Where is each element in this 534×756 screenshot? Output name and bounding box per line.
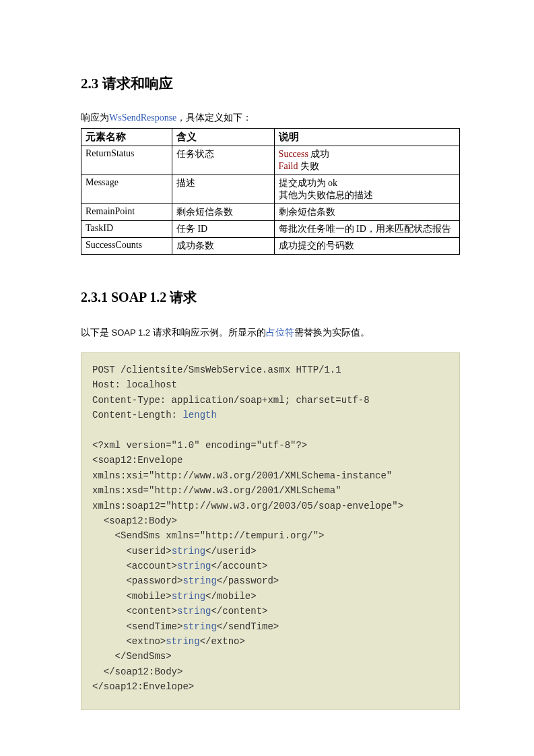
cell: 提交成功为 ok 其他为失败信息的描述 (274, 175, 459, 204)
soap-intro: 以下是 SOAP 1.2 请求和响应示例。所显示的占位符需替换为实际值。 (81, 327, 460, 339)
th-description: 说明 (274, 129, 459, 146)
cell: 剩余短信条数 (274, 204, 459, 221)
table-row: Message 描述 提交成功为 ok 其他为失败信息的描述 (81, 175, 460, 204)
placeholder-string: string (182, 575, 216, 586)
code-line: <account> (92, 561, 177, 571)
text: 需替换为实际值。 (294, 327, 370, 338)
code-line: xmlns:xsi="http://www.w3.org/2001/XMLSch… (92, 470, 392, 481)
cell: 剩余短信条数 (172, 204, 274, 221)
code-line: <soap12:Body> (92, 515, 177, 526)
text: 其他为失败信息的描述 (279, 190, 373, 200)
placeholder-string: string (172, 546, 205, 557)
cell: 任务 ID (172, 221, 274, 238)
status-success: Success (279, 149, 308, 159)
cell: 每批次任务唯一的 ID，用来匹配状态报告 (274, 221, 459, 238)
soap-label: SOAP 1.2 (112, 327, 151, 338)
code-line: </soap12:Envelope> (92, 681, 194, 692)
text: 失败 (298, 161, 319, 171)
code-line: Content-Length: (92, 410, 182, 420)
cell: SuccessCounts (81, 238, 172, 255)
code-line: <userid> (92, 546, 172, 557)
text: 以下是 (81, 327, 112, 338)
status-faild: Faild (279, 161, 298, 171)
cell: 成功条数 (172, 238, 274, 255)
code-line: </content> (211, 606, 267, 617)
text: 成功 (308, 149, 330, 159)
placeholder-string: string (166, 636, 199, 647)
cell: Message (81, 175, 172, 204)
code-line: </soap12:Body> (92, 666, 182, 677)
code-line: <?xml version="1.0" encoding="utf-8"?> (92, 440, 307, 451)
cell: ReturnStatus (81, 146, 172, 175)
code-line: </account> (211, 561, 267, 571)
cell: Success 成功 Faild 失败 (274, 146, 459, 175)
placeholder-length: length (182, 410, 216, 420)
wssendresponse-link[interactable]: WsSendResponse (109, 113, 176, 123)
table-row: SuccessCounts 成功条数 成功提交的号码数 (81, 238, 460, 255)
table-row: RemainPoint 剩余短信条数 剩余短信条数 (81, 204, 460, 221)
cell: RemainPoint (81, 204, 172, 221)
code-line: <content> (92, 606, 177, 617)
th-meaning: 含义 (172, 129, 274, 146)
code-line: <sendTime> (92, 621, 182, 632)
cell: 描述 (172, 175, 274, 204)
response-intro: 响应为WsSendResponse，具体定义如下： (81, 112, 460, 124)
code-line: xmlns:xsd="http://www.w3.org/2001/XMLSch… (92, 485, 341, 496)
placeholder-string: string (177, 561, 211, 571)
table-header-row: 元素名称 含义 说明 (81, 129, 460, 146)
code-line: </SendSms> (92, 651, 172, 662)
placeholder-link[interactable]: 占位符 (266, 327, 294, 338)
code-line: </sendTime> (217, 621, 279, 632)
code-line: <extno> (92, 636, 166, 647)
th-element: 元素名称 (81, 129, 172, 146)
code-line: </mobile> (205, 591, 257, 602)
placeholder-string: string (182, 621, 216, 632)
cell: TaskID (81, 221, 172, 238)
code-line: xmlns:soap12="http://www.w3.org/2003/05/… (92, 501, 403, 511)
response-table: 元素名称 含义 说明 ReturnStatus 任务状态 Success 成功 … (81, 128, 460, 255)
code-line: <soap12:Envelope (92, 455, 182, 466)
code-line: <mobile> (92, 591, 172, 602)
code-line: POST /clientsite/SmsWebService.asmx HTTP… (92, 365, 341, 375)
text: 提交成功为 ok (279, 178, 338, 188)
code-line: <SendSms xmlns="http://tempuri.org/"> (92, 530, 324, 541)
cell: 成功提交的号码数 (274, 238, 459, 255)
text: 请求和响应示例。所显示的 (150, 327, 266, 338)
placeholder-string: string (177, 606, 211, 617)
code-line: </extno> (200, 636, 245, 647)
code-line: Content-Type: application/soap+xml; char… (92, 395, 370, 406)
code-line: Host: localhost (92, 379, 177, 390)
section-heading-2-3-1: 2.3.1 SOAP 1.2 请求 (81, 288, 460, 307)
code-line: <password> (92, 575, 182, 586)
table-row: TaskID 任务 ID 每批次任务唯一的 ID，用来匹配状态报告 (81, 221, 460, 238)
section-heading-2-3: 2.3 请求和响应 (81, 74, 460, 93)
table-row: ReturnStatus 任务状态 Success 成功 Faild 失败 (81, 146, 460, 175)
placeholder-string: string (172, 591, 205, 602)
cell: 任务状态 (172, 146, 274, 175)
intro-suffix: ，具体定义如下： (176, 113, 252, 123)
code-line: </userid> (205, 546, 257, 557)
intro-prefix: 响应为 (81, 113, 109, 123)
soap-request-codeblock: POST /clientsite/SmsWebService.asmx HTTP… (81, 352, 460, 710)
code-line: </password> (217, 575, 279, 586)
